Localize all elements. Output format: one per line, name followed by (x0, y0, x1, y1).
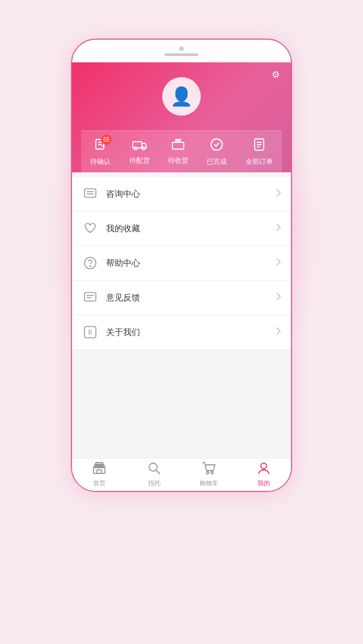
user-icon: 👤 (170, 86, 193, 107)
cart-nav-icon (202, 462, 216, 478)
svg-rect-17 (85, 293, 96, 301)
pending_receive-label: 待收货 (168, 156, 188, 166)
menu-item-about[interactable]: R 关于我们 (72, 315, 291, 350)
menu-item-favorites[interactable]: 我的收藏 (72, 211, 291, 246)
avatar-area[interactable]: 👤 (81, 71, 282, 130)
svg-point-30 (261, 463, 267, 469)
completed-icon-wrapper (210, 138, 223, 155)
pending_receive-icon-wrapper (171, 138, 185, 154)
about-label: 关于我们 (106, 327, 276, 338)
svg-rect-6 (172, 142, 184, 149)
consult-label: 咨询中心 (106, 189, 276, 200)
pending_ship-icon-wrapper (132, 138, 147, 154)
svg-point-29 (211, 472, 213, 474)
pending_confirm-badge: 55 (101, 134, 112, 145)
favorites-icon (82, 221, 98, 236)
feedback-chevron (276, 293, 281, 303)
svg-point-7 (211, 139, 222, 150)
nav-item-cart[interactable]: 购物车 (182, 462, 237, 488)
feedback-icon (82, 290, 98, 306)
menu-item-feedback[interactable]: 意见反馈 (72, 281, 291, 315)
svg-rect-23 (97, 470, 102, 473)
order-status-pending_confirm[interactable]: 55待确认 (90, 138, 111, 167)
svg-text:R: R (88, 328, 92, 336)
svg-point-4 (134, 147, 137, 150)
completed-label: 已完成 (206, 157, 227, 167)
help-label: 帮助中心 (106, 258, 276, 269)
consult-chevron (276, 189, 281, 199)
pending_ship-icon (132, 139, 147, 153)
svg-point-28 (206, 472, 209, 474)
menu-item-help[interactable]: 帮助中心 (72, 246, 291, 281)
svg-point-5 (142, 147, 145, 150)
order-status-bar: 55待确认 待配货 待收货 已完成 全部订单 (81, 130, 282, 172)
pending_receive-icon (171, 139, 185, 153)
order-status-pending_receive[interactable]: 待收货 (168, 138, 188, 167)
order-status-all_orders[interactable]: 全部订单 (246, 138, 273, 167)
favorites-chevron (276, 223, 281, 234)
page-header (170, 0, 193, 33)
svg-rect-3 (133, 142, 142, 148)
help-icon (82, 255, 98, 271)
help-chevron (276, 258, 281, 268)
phone-top-bar (72, 40, 291, 56)
about-chevron (276, 327, 281, 337)
menu-item-consult[interactable]: 咨询中心 (72, 177, 291, 211)
gear-icon: ⚙ (272, 69, 280, 80)
favorites-label: 我的收藏 (106, 223, 276, 234)
home-nav-label: 首页 (93, 479, 105, 488)
phone-camera (179, 46, 184, 51)
settings-button[interactable]: ⚙ (272, 69, 282, 80)
feedback-label: 意见反馈 (106, 293, 276, 303)
all_orders-label: 全部订单 (246, 157, 273, 167)
avatar: 👤 (162, 77, 201, 116)
search-nav-icon (148, 462, 161, 478)
phone-speaker (164, 53, 199, 56)
pending_ship-label: 待配货 (129, 156, 150, 166)
completed-icon (210, 140, 223, 154)
bottom-navigation: 首页 找托 购物车 我的 (72, 458, 291, 491)
order-status-pending_ship[interactable]: 待配货 (129, 138, 150, 167)
profile-nav-label: 我的 (258, 479, 270, 488)
phone-screen: ⚙ 👤 55待确认 待配货 (72, 62, 291, 491)
pending_confirm-icon-wrapper: 55 (94, 138, 107, 155)
section-gap (72, 172, 291, 177)
profile-nav-icon (258, 462, 270, 478)
order-status-completed[interactable]: 已完成 (206, 138, 227, 167)
nav-item-profile[interactable]: 我的 (237, 462, 292, 488)
all_orders-icon-wrapper (253, 138, 265, 155)
pending_confirm-label: 待确认 (90, 157, 111, 167)
svg-line-27 (156, 470, 160, 474)
phone-frame: ⚙ 👤 55待确认 待配货 (71, 39, 292, 492)
all_orders-icon (253, 140, 265, 154)
profile-header: ⚙ 👤 55待确认 待配货 (72, 62, 291, 172)
nav-item-search[interactable]: 找托 (127, 462, 182, 488)
nav-item-home[interactable]: 首页 (72, 462, 127, 488)
svg-rect-12 (85, 189, 96, 197)
about-icon: R (82, 324, 98, 340)
search-nav-label: 找托 (148, 479, 161, 488)
svg-point-16 (90, 266, 91, 267)
svg-point-26 (149, 463, 157, 471)
home-nav-icon (92, 462, 106, 478)
menu-list: 咨询中心 我的收藏 帮助中心 意见反馈 R 关于我们 (72, 177, 291, 350)
cart-nav-label: 购物车 (200, 479, 218, 488)
consult-icon (82, 186, 98, 202)
